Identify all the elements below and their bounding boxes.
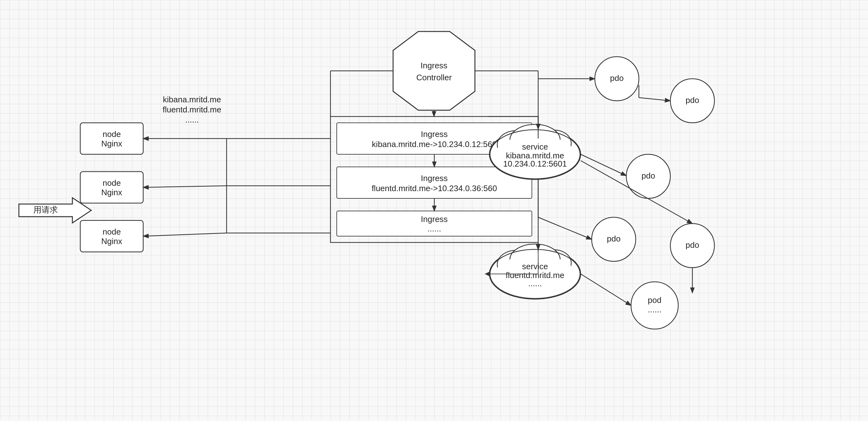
svg-text:kibana.mritd.me->10.234.0.12:5: kibana.mritd.me->10.234.0.12:560: [372, 140, 497, 149]
svg-text:fluentd.mritd.me->10.234.0.36:: fluentd.mritd.me->10.234.0.36:560: [372, 184, 497, 193]
svg-text:fluentd.mritd.me: fluentd.mritd.me: [163, 105, 221, 114]
svg-text:kibana.mritd.me: kibana.mritd.me: [163, 95, 221, 104]
svg-text:pdo: pdo: [642, 171, 655, 180]
pod-4: pdo: [592, 217, 636, 261]
pod-fluentd: pod ......: [631, 282, 678, 329]
svg-marker-14: [393, 31, 475, 110]
svg-text:Controller: Controller: [416, 73, 452, 82]
diagram-container: 用请求 node Nginx node Nginx node Nginx kib…: [0, 0, 868, 421]
service-fluentd: service fluentd.mritd.me ......: [489, 244, 581, 299]
request-label: 用请求: [33, 205, 58, 214]
service1-to-pod3: [581, 154, 626, 176]
to-node2: [143, 186, 226, 187]
pod-2: pdo: [670, 79, 714, 123]
svg-text:Nginx: Nginx: [101, 237, 122, 246]
svg-text:Nginx: Nginx: [101, 139, 122, 148]
svg-text:node: node: [102, 227, 121, 237]
svg-text:pdo: pdo: [607, 234, 620, 243]
pod1-to-pod2-h: [639, 98, 670, 101]
pod-3: pdo: [626, 154, 670, 199]
svg-marker-60: [485, 272, 489, 276]
svg-text:......: ......: [528, 279, 541, 288]
svg-text:......: ......: [185, 115, 198, 124]
domain-labels: kibana.mritd.me fluentd.mritd.me ......: [163, 95, 221, 124]
pod-1: pdo: [595, 57, 639, 101]
svg-text:Ingress: Ingress: [421, 61, 447, 70]
node-nginx-2: node Nginx: [80, 172, 143, 203]
svg-text:pdo: pdo: [685, 95, 699, 105]
svg-text:Ingress: Ingress: [421, 129, 447, 139]
pod-5: pdo: [670, 223, 714, 268]
svg-text:......: ......: [427, 224, 441, 233]
svg-text:Ingress: Ingress: [421, 174, 447, 183]
svg-text:pdo: pdo: [610, 73, 623, 83]
svg-text:Nginx: Nginx: [101, 188, 122, 197]
ingress-controller: Ingress Controller: [393, 31, 475, 110]
svg-text:10.234.0.12:5601: 10.234.0.12:5601: [503, 159, 567, 169]
service1-to-pod4: [538, 217, 592, 239]
ingress-box-3: Ingress ......: [337, 211, 532, 236]
svg-text:service: service: [522, 142, 548, 151]
to-node3: [143, 233, 226, 236]
node-nginx-3: node Nginx: [80, 220, 143, 252]
node-nginx-1: node Nginx: [80, 123, 143, 154]
svg-text:node: node: [102, 178, 121, 188]
svg-text:pod: pod: [648, 295, 661, 305]
svg-text:node: node: [102, 129, 121, 139]
svg-text:......: ......: [648, 305, 661, 314]
service2-to-pod-fluentd: [581, 274, 631, 305]
svg-text:pdo: pdo: [685, 240, 699, 250]
svg-text:Ingress: Ingress: [421, 214, 447, 224]
svg-text:service: service: [522, 262, 548, 271]
